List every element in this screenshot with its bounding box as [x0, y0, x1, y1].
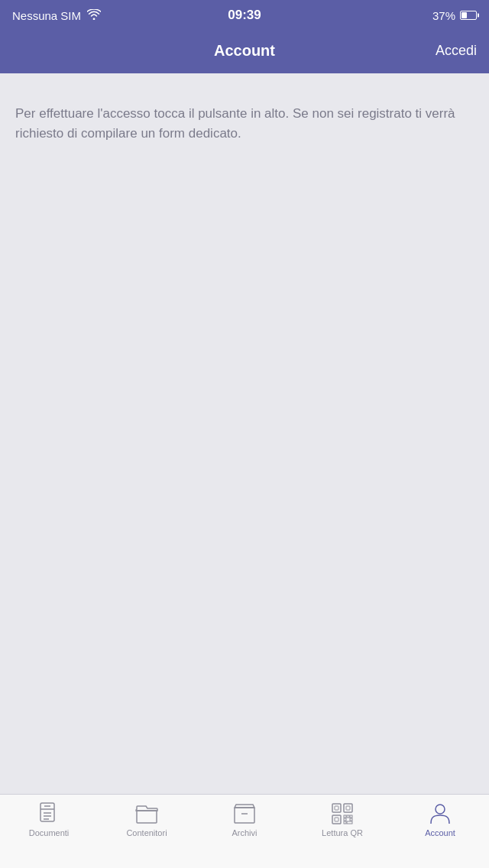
qr-icon — [331, 802, 354, 825]
tab-lettura-qr-label: Lettura QR — [322, 828, 363, 837]
tab-bar: Documenti Contenitori Archivi — [0, 794, 489, 868]
status-right: 37% — [432, 9, 477, 22]
nav-title: Account — [214, 42, 275, 60]
tab-contenitori[interactable]: Contenitori — [98, 802, 196, 837]
svg-rect-11 — [344, 818, 346, 821]
tab-lettura-qr[interactable]: Lettura QR — [293, 802, 391, 837]
nav-bar: Account Accedi — [0, 31, 489, 73]
svg-point-15 — [436, 805, 445, 814]
status-bar: Nessuna SIM 09:39 37% — [0, 0, 489, 31]
svg-rect-1 — [235, 808, 254, 823]
svg-rect-2 — [332, 804, 341, 812]
description-text: Per effettuare l'accesso tocca il pulsan… — [15, 104, 474, 143]
svg-rect-13 — [344, 821, 346, 824]
tab-documenti-label: Documenti — [29, 828, 70, 837]
svg-rect-10 — [350, 815, 352, 818]
battery-percent: 37% — [432, 9, 455, 22]
svg-rect-5 — [346, 806, 350, 810]
main-content: Per effettuare l'accesso tocca il pulsan… — [0, 73, 489, 794]
svg-rect-14 — [347, 821, 352, 824]
battery-icon — [460, 11, 477, 20]
tab-documenti[interactable]: Documenti — [0, 802, 98, 837]
wifi-icon — [87, 9, 101, 22]
tab-archivi-label: Archivi — [232, 828, 257, 837]
svg-rect-3 — [335, 806, 338, 810]
accedi-button[interactable]: Accedi — [436, 43, 477, 59]
carrier-label: Nessuna SIM — [12, 9, 81, 22]
tab-account-label: Account — [425, 828, 455, 837]
svg-rect-6 — [332, 815, 341, 824]
contenitori-icon — [135, 802, 158, 825]
documenti-icon — [37, 802, 60, 825]
svg-rect-12 — [350, 818, 352, 821]
svg-rect-7 — [335, 818, 338, 821]
archivi-icon — [233, 802, 256, 825]
svg-rect-8 — [344, 815, 346, 818]
svg-rect-4 — [344, 804, 352, 812]
svg-rect-9 — [347, 815, 349, 818]
tab-archivi[interactable]: Archivi — [196, 802, 293, 837]
tab-account[interactable]: Account — [391, 802, 489, 837]
status-left: Nessuna SIM — [12, 9, 101, 22]
tab-contenitori-label: Contenitori — [126, 828, 167, 837]
status-time: 09:39 — [228, 8, 261, 23]
account-icon — [429, 802, 452, 825]
